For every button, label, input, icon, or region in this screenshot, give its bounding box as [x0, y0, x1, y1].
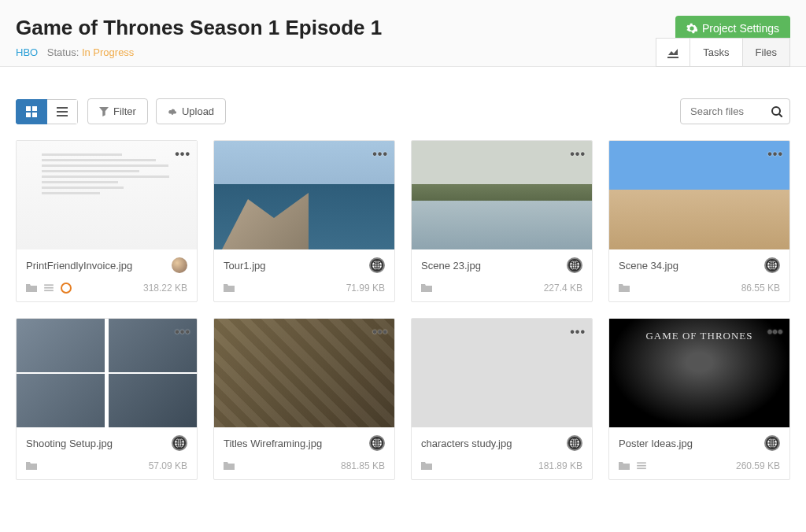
upload-button[interactable]: Upload	[156, 98, 226, 124]
file-footer-icons	[224, 460, 235, 471]
globe-icon[interactable]	[764, 257, 780, 273]
file-card-footer: 57.09 KB	[17, 456, 197, 479]
file-footer-icons	[224, 283, 235, 294]
folder-icon[interactable]	[224, 460, 235, 471]
card-menu-icon[interactable]: •••	[372, 325, 388, 339]
file-thumbnail[interactable]: •••	[609, 319, 789, 427]
folder-icon[interactable]	[619, 460, 630, 471]
file-thumbnail[interactable]: •••	[214, 141, 394, 249]
filter-icon	[99, 107, 109, 116]
file-card[interactable]: •••Scene 23.jpg227.4 KB	[411, 140, 593, 302]
file-name: PrintFriendlyInvoice.jpg	[26, 260, 132, 272]
file-card[interactable]: •••PrintFriendlyInvoice.jpg318.22 KB	[16, 140, 198, 302]
file-thumbnail[interactable]: •••	[412, 319, 592, 427]
globe-icon[interactable]	[369, 435, 385, 451]
file-thumbnail[interactable]: •••	[17, 319, 197, 427]
file-card[interactable]: •••Shooting Setup.jpg57.09 KB	[16, 318, 198, 480]
file-thumbnail[interactable]: •••	[17, 141, 197, 249]
filter-button[interactable]: Filter	[87, 98, 148, 124]
file-size: 181.89 KB	[538, 460, 582, 471]
grid-view-button[interactable]	[16, 99, 47, 124]
globe-icon[interactable]	[764, 435, 780, 451]
card-menu-icon[interactable]: •••	[767, 147, 783, 161]
file-footer-icons	[421, 460, 432, 471]
lines-icon[interactable]	[43, 283, 54, 294]
file-card-footer: 71.99 KB	[214, 278, 394, 301]
file-size: 260.59 KB	[736, 460, 780, 471]
globe-icon[interactable]	[567, 435, 582, 451]
file-size: 71.99 KB	[346, 283, 385, 294]
tab-tasks[interactable]: Tasks	[690, 38, 742, 67]
card-menu-icon[interactable]: •••	[767, 325, 783, 339]
file-name: characters study.jpg	[421, 438, 512, 449]
status-label: Status:	[47, 46, 79, 58]
user-avatar[interactable]	[172, 257, 187, 273]
file-card-footer: 181.89 KB	[412, 456, 592, 479]
circle-icon[interactable]	[61, 283, 72, 294]
file-name: Scene 34.jpg	[619, 260, 678, 272]
globe-icon[interactable]	[369, 257, 385, 273]
grid-icon	[26, 106, 37, 117]
page-title: Game of Thrones Season 1 Episode 1	[16, 16, 790, 40]
view-toggle	[16, 99, 78, 124]
file-footer-icons	[26, 460, 37, 471]
file-card-body: Tour1.jpg	[214, 249, 394, 278]
file-thumbnail[interactable]: •••	[412, 141, 592, 249]
file-card[interactable]: •••Poster Ideas.jpg260.59 KB	[608, 318, 790, 480]
file-name: Scene 23.jpg	[421, 260, 481, 272]
gear-icon	[686, 23, 697, 34]
tab-chart[interactable]	[656, 38, 690, 67]
file-size: 57.09 KB	[149, 460, 187, 471]
globe-icon[interactable]	[172, 435, 187, 451]
file-name: Poster Ideas.jpg	[619, 438, 693, 449]
file-card-footer: 86.55 KB	[609, 278, 789, 301]
list-icon	[57, 106, 68, 117]
file-name: Titles Wireframing.jpg	[224, 438, 322, 449]
file-card-body: Shooting Setup.jpg	[17, 427, 197, 456]
org-link[interactable]: HBO	[16, 46, 38, 58]
search-icon	[771, 106, 782, 117]
folder-icon[interactable]	[224, 283, 235, 294]
folder-icon[interactable]	[421, 460, 432, 471]
file-size: 881.85 KB	[341, 460, 385, 471]
file-size: 227.4 KB	[544, 283, 582, 294]
file-name: Tour1.jpg	[224, 260, 265, 272]
file-card-footer: 318.22 KB	[17, 278, 197, 301]
file-card-body: Poster Ideas.jpg	[609, 427, 789, 456]
folder-icon[interactable]	[421, 283, 432, 294]
file-grid: •••PrintFriendlyInvoice.jpg318.22 KB•••T…	[16, 140, 790, 480]
file-footer-icons	[26, 283, 72, 294]
file-footer-icons	[619, 283, 630, 294]
file-thumbnail[interactable]: •••	[609, 141, 789, 249]
folder-icon[interactable]	[26, 460, 37, 471]
file-card-footer: 227.4 KB	[412, 278, 592, 301]
card-menu-icon[interactable]: •••	[570, 325, 586, 339]
card-menu-icon[interactable]: •••	[372, 147, 388, 161]
status-value: In Progress	[82, 46, 134, 58]
globe-icon[interactable]	[567, 257, 582, 273]
file-card-footer: 260.59 KB	[609, 456, 789, 479]
file-card-body: Scene 34.jpg	[609, 249, 789, 278]
card-menu-icon[interactable]: •••	[175, 147, 190, 161]
folder-icon[interactable]	[619, 283, 630, 294]
lines-icon[interactable]	[636, 460, 647, 471]
file-card-footer: 881.85 KB	[214, 456, 394, 479]
file-card[interactable]: •••Scene 34.jpg86.55 KB	[608, 140, 790, 302]
file-card[interactable]: •••characters study.jpg181.89 KB	[411, 318, 593, 480]
list-view-button[interactable]	[47, 99, 78, 124]
toolbar: Filter Upload	[16, 98, 790, 124]
file-footer-icons	[421, 283, 432, 294]
chart-icon	[667, 47, 678, 58]
file-card-body: characters study.jpg	[412, 427, 592, 456]
file-footer-icons	[619, 460, 647, 471]
file-card[interactable]: •••Titles Wireframing.jpg881.85 KB	[213, 318, 395, 480]
card-menu-icon[interactable]: •••	[175, 325, 190, 339]
file-card-body: Scene 23.jpg	[412, 249, 592, 278]
file-card[interactable]: •••Tour1.jpg71.99 KB	[213, 140, 395, 302]
folder-icon[interactable]	[26, 283, 37, 294]
file-thumbnail[interactable]: •••	[214, 319, 394, 427]
file-name: Shooting Setup.jpg	[26, 438, 113, 449]
file-card-body: PrintFriendlyInvoice.jpg	[17, 249, 197, 278]
tab-files[interactable]: Files	[743, 38, 790, 67]
card-menu-icon[interactable]: •••	[570, 147, 586, 161]
